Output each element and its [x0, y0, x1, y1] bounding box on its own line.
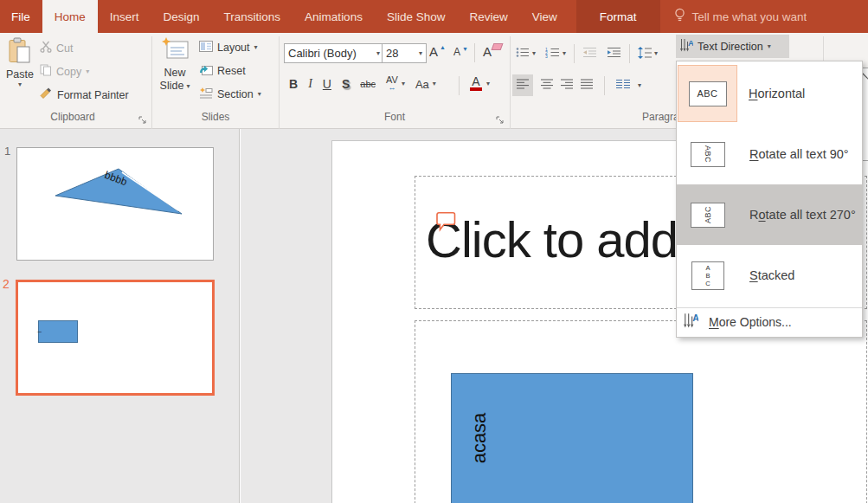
bold-button[interactable]: B [289, 77, 298, 91]
paste-button[interactable]: Paste ▾ [2, 37, 38, 88]
line-spacing-button[interactable] [638, 47, 652, 61]
decrease-font-size-button[interactable]: A▼ [453, 46, 468, 58]
text-shadow-button[interactable]: S [342, 77, 350, 91]
tab-animations[interactable]: Animations [293, 0, 375, 33]
paste-clipboard-icon [9, 37, 31, 68]
menu-item-stacked[interactable]: ABC Stacked [677, 245, 862, 306]
copy-label: Copy [56, 66, 81, 78]
clear-formatting-button[interactable]: A [483, 44, 502, 59]
increase-font-size-button[interactable]: A▲ [429, 44, 446, 59]
comment-indicator-icon[interactable] [435, 210, 459, 236]
line-spacing-caret-icon: ▾ [654, 50, 658, 57]
menu-item-more-options-label: More Options... [709, 315, 792, 329]
paste-label: Paste [6, 68, 34, 81]
tab-file[interactable]: File [0, 0, 42, 33]
increase-indent-button[interactable] [607, 47, 621, 61]
font-size-caret-icon: ▾ [419, 50, 422, 57]
rotate-270-abc-icon: ABC [691, 203, 725, 228]
text-direction-caret-icon: ▾ [768, 43, 771, 50]
tab-home[interactable]: Home [42, 0, 98, 33]
clipboard-dialog-launcher-icon[interactable] [138, 113, 147, 128]
font-dialog-launcher-icon[interactable] [496, 113, 505, 128]
rotate-90-abc-icon: ABC [691, 142, 725, 167]
new-slide-icon [161, 37, 189, 67]
font-size-value: 28 [386, 47, 398, 60]
tab-slide-show[interactable]: Slide Show [375, 0, 458, 33]
bullets-button[interactable] [516, 47, 530, 61]
lightbulb-icon [674, 8, 685, 25]
font-color-letter: A [472, 76, 479, 87]
menu-item-more-options[interactable]: A More Options... [677, 307, 862, 336]
scissors-icon [40, 41, 52, 55]
tab-review[interactable]: Review [457, 0, 519, 33]
font-color-caret-icon: ▾ [486, 81, 490, 87]
slide1-number: 1 [4, 145, 10, 158]
format-painter-brush-icon [40, 87, 53, 102]
new-slide-label-line2: Slide [160, 80, 184, 93]
layout-icon [199, 41, 213, 55]
underline-button[interactable]: U [323, 77, 331, 91]
slide2-thumbnail-selected[interactable]: i [16, 280, 215, 396]
text-direction-icon: A [680, 38, 693, 55]
cut-button[interactable]: Cut [40, 41, 73, 55]
format-painter-button[interactable]: Format Painter [40, 87, 129, 102]
rectangle-shape-text: acasa [469, 395, 490, 481]
italic-button[interactable]: I [308, 77, 312, 91]
font-group-label: Font [280, 111, 510, 125]
change-case-button[interactable]: Aa [415, 78, 429, 91]
slide-rectangle-shape[interactable]: acasa [451, 373, 693, 503]
font-name-combobox[interactable]: Calibri (Body) ▾ [284, 43, 384, 63]
svg-text:3: 3 [545, 54, 548, 58]
menu-item-stacked-label: Stacked [749, 268, 794, 282]
reset-label: Reset [217, 65, 246, 77]
layout-label: Layout [217, 42, 250, 54]
align-right-button[interactable] [561, 79, 573, 92]
numbering-caret-icon: ▾ [563, 50, 566, 57]
tab-view[interactable]: View [520, 0, 569, 33]
align-left-button[interactable] [512, 74, 533, 96]
tab-format[interactable]: Format [576, 0, 660, 33]
powerpoint-window: File Home Insert Design Transitions Anim… [0, 0, 868, 503]
reset-icon [199, 64, 213, 78]
change-case-caret-icon: ▾ [433, 81, 436, 87]
tab-insert[interactable]: Insert [98, 0, 151, 33]
new-slide-button[interactable]: New Slide ▾ [155, 37, 195, 93]
reset-button[interactable]: Reset [199, 64, 246, 78]
tell-me-box[interactable]: Tell me what you want [674, 0, 807, 33]
layout-button[interactable]: Layout ▾ [199, 41, 258, 55]
slide1-thumbnail[interactable]: bbbb [16, 147, 214, 261]
horizontal-selected-highlight: ABC [678, 65, 737, 122]
tab-design[interactable]: Design [151, 0, 212, 33]
menu-item-rotate-90[interactable]: ABC Rotate all text 90° [677, 124, 862, 184]
numbering-button[interactable]: 123 [545, 47, 560, 61]
menu-item-rotate-270-label: Rotate all text 270° [749, 208, 856, 222]
menu-item-horizontal-label: Horizontal [749, 87, 805, 100]
menu-item-rotate-270[interactable]: ABC Rotate all text 270° [677, 184, 862, 245]
section-button[interactable]: Section ▾ [199, 87, 261, 101]
svg-text:A: A [692, 313, 698, 323]
strikethrough-button[interactable]: abc [360, 79, 376, 89]
menu-item-horizontal[interactable]: ABC Horizontal [677, 63, 862, 124]
font-color-button[interactable]: A ▾ [470, 76, 490, 91]
align-center-button[interactable] [541, 79, 553, 92]
font-name-caret-icon: ▾ [376, 50, 380, 57]
copy-button[interactable]: Copy ▾ [40, 64, 89, 79]
separator [629, 44, 630, 63]
columns-button[interactable] [616, 79, 630, 93]
columns-caret-icon: ▾ [638, 82, 641, 89]
text-direction-menu: ABC Horizontal ABC Rotate all text 90° A… [676, 61, 863, 338]
decrease-indent-button[interactable] [582, 47, 597, 61]
section-icon [199, 87, 213, 101]
character-spacing-button[interactable]: AV ↔ [386, 76, 398, 92]
eraser-icon [492, 43, 504, 50]
stacked-abc-icon: ABC [691, 261, 724, 290]
font-size-combobox[interactable]: 28 ▾ [382, 43, 427, 63]
slide2-shape: i [38, 320, 78, 343]
font-color-swatch [470, 87, 482, 91]
tab-transitions[interactable]: Transitions [212, 0, 293, 33]
text-direction-button[interactable]: A Text Direction ▾ [676, 35, 789, 58]
justify-button[interactable] [581, 79, 593, 92]
cut-label: Cut [56, 42, 73, 55]
horizontal-abc-icon: ABC [689, 81, 727, 106]
char-spacing-caret-icon: ▾ [402, 81, 405, 87]
